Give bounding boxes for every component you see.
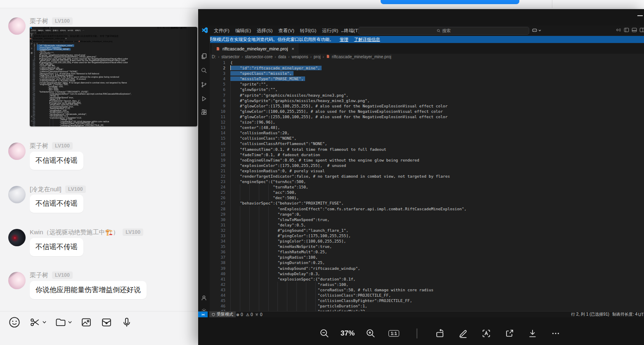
code-text: #"glowColor":[175,100,255,255], # also u… xyxy=(230,103,447,109)
breadcrumb-item: starsector-core xyxy=(245,55,273,59)
download-icon xyxy=(528,328,537,338)
code-line: 2 "id":"riftcascade_minelayer_mine", xyxy=(210,65,466,71)
avatar[interactable] xyxy=(8,17,26,35)
code-text: "missileType":"PHASE_MINE", xyxy=(230,76,303,81)
code-text: "size":[96,96], xyxy=(230,119,275,125)
message-bubble[interactable]: 不信谣不传谣 xyxy=(30,195,83,213)
folder-icon xyxy=(55,316,66,328)
code-text: #"pingColor":[175,100,255,255], xyxy=(230,233,351,238)
edit-button[interactable] xyxy=(452,327,475,340)
line-number: 18 xyxy=(210,152,225,157)
line-number: 19 xyxy=(210,157,225,163)
line-number: 13 xyxy=(210,125,225,130)
emoji-button[interactable] xyxy=(8,316,21,328)
code-text: { xyxy=(230,60,233,65)
code-line: 26 "dec":500}, xyxy=(210,195,466,200)
download-button[interactable] xyxy=(521,327,544,340)
toolbar-divider xyxy=(405,327,429,340)
share-button[interactable] xyxy=(498,327,521,340)
code-line: 19 "noEngineGlowTime":0.05, # time spent… xyxy=(210,157,466,163)
code-line: 29 "range":0, xyxy=(210,212,466,217)
voice-button[interactable] xyxy=(121,316,133,328)
line-number: 12 xyxy=(210,119,225,125)
line-number: 5 xyxy=(210,81,225,87)
message-header: [冷龙在null]LV100 xyxy=(30,185,86,193)
line-number: 27 xyxy=(210,200,225,206)
statusbar-item: 制表符长度: 4 xyxy=(612,312,637,317)
breadcrumb-separator: › xyxy=(218,55,219,59)
code-line: 36 "flashRateMult":0.25, xyxy=(210,249,466,255)
statusbar-item: 行 2, 列 1 (已选择91) xyxy=(571,312,609,317)
source-control-icon xyxy=(201,81,207,88)
breadcrumb-item: proj xyxy=(314,55,321,59)
line-number: 16 xyxy=(210,141,225,146)
code-text: "slowToMaxSpeed":true, xyxy=(230,217,329,222)
vscode-activity-bar xyxy=(198,36,210,311)
message-bubble[interactable]: 你说他应用能量伤害增益倒还好说 xyxy=(30,281,147,299)
command-center-icon xyxy=(616,27,621,33)
actual-size-button[interactable]: 1:1 xyxy=(382,327,405,340)
message-image-thumbnail[interactable]: 文件(F)编辑(E)选择(S)查看(V)转到(G)运行(R)终端(T)··· ←… xyxy=(30,27,197,126)
code-line: 17 "flameoutTime":0.1, # total time from… xyxy=(210,147,466,152)
chevron-down-icon[interactable] xyxy=(43,321,46,324)
remote-indicator: >< xyxy=(198,312,208,317)
level-badge: LV100 xyxy=(52,142,73,150)
code-text: #"glowSprite":"graphics/missiles/heavy_m… xyxy=(230,98,369,103)
level-badge: LV100 xyxy=(65,186,86,193)
message-bubble[interactable]: 不信谣不传谣 xyxy=(30,152,83,170)
file-button[interactable] xyxy=(55,316,72,328)
code-line: 23 "engineSpec":{"turnAcc":500, xyxy=(210,179,466,184)
chevron-down-icon[interactable] xyxy=(68,321,72,324)
line-number: 45 xyxy=(210,298,225,303)
avatar[interactable] xyxy=(8,272,26,289)
ocr-icon xyxy=(481,328,491,338)
extract-text-button[interactable] xyxy=(475,327,498,340)
code-line: 4 "missileType":"PHASE_MINE", xyxy=(210,76,466,81)
radio-tower-icon xyxy=(255,312,259,316)
code-text: "particleDuration":1, xyxy=(230,303,367,309)
avatar[interactable] xyxy=(8,143,26,160)
zoom-out-button[interactable] xyxy=(313,327,336,340)
code-line: 16 "collisionClassAfterFlameout":"NONE", xyxy=(210,141,466,146)
code-text: "collisionClassAfterFlameout":"NONE", xyxy=(230,141,327,146)
code-line: 34 "pingColor":[100,60,255,255], xyxy=(210,238,466,244)
code-line: 30 "slowToMaxSpeed":true, xyxy=(210,217,466,222)
account-icon xyxy=(201,295,207,301)
code-text: "behaviorSpec":{"behavior":"PROXIMITY_FU… xyxy=(230,200,344,206)
tab-close-icon: × xyxy=(291,46,294,51)
code-line: 38 "pingDuration":0.25, xyxy=(210,260,466,265)
run-debug-icon xyxy=(201,95,207,102)
message-bubble[interactable]: 不信谣不传谣 xyxy=(30,238,83,256)
zoom-in-button[interactable] xyxy=(359,327,382,340)
vscode-menubar: 文件(F)编辑(E)选择(S)查看(V)转到(G)运行(R)终端(T)··· ←… xyxy=(198,26,644,36)
username: [冷龙在null] xyxy=(30,186,62,193)
envelope-button[interactable] xyxy=(101,316,112,328)
code-line: 40 "windupDelay":0.3, xyxy=(210,271,466,276)
image-button[interactable] xyxy=(80,316,92,328)
strip-divider xyxy=(552,0,552,8)
breadcrumb-separator: › xyxy=(323,55,324,59)
line-number: 23 xyxy=(210,179,225,184)
vscode-tabbar: riftcascade_minelayer_mine.proj × xyxy=(210,43,644,54)
code-line: 12 "size":[96,96], xyxy=(210,119,466,125)
code-line: 14 "collisionRadius":20, xyxy=(210,130,466,136)
nav-arrows: ←→ xyxy=(340,26,355,36)
code-text: "flameoutTime":0.1, # total time from fl… xyxy=(230,147,386,152)
statusbar-item: UTF-8 xyxy=(638,312,644,317)
rotate-button[interactable] xyxy=(429,327,452,340)
more-button[interactable] xyxy=(544,327,567,340)
code-text: "id":"riftcascade_minelayer_mine", xyxy=(230,65,320,71)
line-number: 8 xyxy=(210,98,225,103)
background-app-strip xyxy=(0,0,644,8)
line-number: 30 xyxy=(210,217,225,222)
code-line: 3 "specClass":"missile", xyxy=(210,71,466,76)
screenshot-button[interactable] xyxy=(29,316,46,328)
avatar[interactable] xyxy=(8,229,26,246)
line-number: 29 xyxy=(210,212,225,217)
minimize-button[interactable] xyxy=(637,15,643,16)
code-text: "dec":500}, xyxy=(230,195,299,200)
restricted-mode-status: 受限模式 xyxy=(209,312,236,317)
avatar[interactable] xyxy=(8,186,26,203)
code-text: "center":[48,48], xyxy=(230,125,280,130)
line-number: 31 xyxy=(210,222,225,228)
